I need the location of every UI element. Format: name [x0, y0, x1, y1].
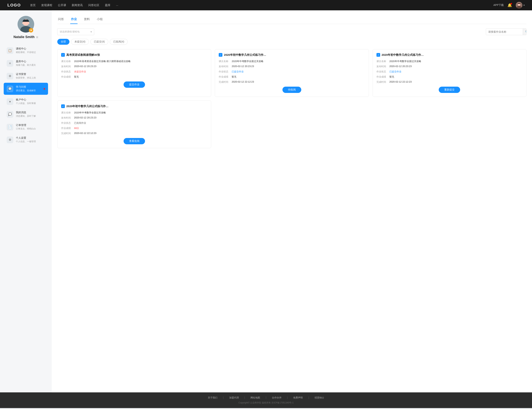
- view-review-button[interactable]: 查看批阅: [124, 138, 145, 144]
- card-2-header: ✓ 2020年初中数学几何公式练习作…: [219, 53, 365, 57]
- qa-desc: 课后重温、疑难解答: [16, 89, 36, 92]
- sidebar-item-course[interactable]: 📋 课程中心 精彩课程、不容错过: [4, 45, 48, 56]
- filter-not-submitted[interactable]: 未提交(4): [71, 39, 89, 45]
- footer-sitemap[interactable]: 网站地图: [250, 396, 260, 400]
- status-filter-bar: 全部 未提交(4) 已提交(4) 已批阅(4): [57, 39, 526, 45]
- tab-group[interactable]: 小组: [96, 16, 103, 24]
- filter-all[interactable]: 全部: [57, 39, 69, 45]
- main-layout: ★ Natalie Smith ⊞ 📋 课程中心 精彩课程、不容错过 ≡ 题库中…: [0, 10, 532, 392]
- qa-title: 学习问答: [16, 85, 36, 89]
- message-desc: 消息通知、及时了解: [16, 114, 36, 118]
- card-2-publish: 2020-02-12 20:23:23: [232, 65, 365, 68]
- sidebar-item-order[interactable]: 📄 订单管理 订单支出、明明白白: [4, 121, 48, 133]
- card-3-score-row: 作业成绩 暂无: [376, 75, 523, 78]
- nav-open[interactable]: 公开课: [58, 3, 66, 7]
- sidebar-item-account[interactable]: ♦ 账户中心 个人权益、实时掌握: [4, 95, 48, 108]
- avatar-wrap: ★: [18, 16, 34, 33]
- sidebar-item-qa[interactable]: 💬 学习问答 课后重温、疑难解答: [4, 83, 48, 95]
- pending-review-button[interactable]: 待批阅: [283, 87, 301, 93]
- profile-name-wrap: Natalie Smith ⊞: [13, 35, 38, 39]
- submit-homework-button[interactable]: 提交作业: [124, 82, 145, 88]
- footer-links: 关于我们 | 加盟代理 | 网站地图 | 合作伙伴 | 免费声明 | 招贤纳士: [7, 396, 525, 400]
- nav-news[interactable]: 新闻资讯: [72, 3, 83, 7]
- tab-homework[interactable]: 作业: [70, 16, 78, 24]
- app-download[interactable]: APP下载: [493, 3, 504, 7]
- sidebar-item-exam[interactable]: ≡ 题库中心 海量习题、助力通关: [4, 57, 48, 69]
- settings-title: 个人设置: [16, 136, 36, 140]
- search-button[interactable]: 🔍: [523, 29, 526, 35]
- footer-hire[interactable]: 招贤纳士: [315, 396, 324, 400]
- profile-edit-icon[interactable]: ⊞: [36, 36, 38, 39]
- card-1-score-row: 作业成绩 暂无: [61, 75, 207, 78]
- card-2-badge: ✓: [219, 53, 222, 57]
- card-2-time-row: 发布时间 2020-02-12 20:23:23: [219, 65, 365, 68]
- order-title: 订单管理: [16, 124, 36, 127]
- footer-franchise[interactable]: 加盟代理: [229, 396, 239, 400]
- search-input[interactable]: [486, 29, 523, 35]
- footer-disclaimer[interactable]: 免费声明: [293, 396, 303, 400]
- card-3-time-row: 发布时间 2020-02-12 20:23:23: [376, 65, 523, 68]
- exam-desc: 海量习题、助力通关: [16, 64, 36, 67]
- card-4-title: 2020年初中数学几何公式练习作…: [66, 104, 109, 108]
- homework-card-1: ✓ 高考英语试卷阅读理解30张 课次名称 2020年高考英语全面过关攻略-第六期…: [57, 49, 211, 97]
- resubmit-button[interactable]: 重新提交: [439, 87, 460, 93]
- footer-partner[interactable]: 合作伙伴: [272, 396, 282, 400]
- account-icon: ♦: [7, 98, 13, 105]
- sidebar-item-message[interactable]: 💭 我的消息 消息通知、及时了解: [4, 108, 48, 120]
- course-select-placeholder: 请选择课程/课程包: [60, 30, 80, 33]
- exam-icon: ≡: [7, 60, 13, 67]
- card-1-status: 未提交作业: [74, 70, 207, 73]
- nav-courses[interactable]: 发现课程: [41, 3, 52, 7]
- card-4-status-row: 作业状态 已批阅作业: [61, 121, 207, 125]
- card-4-score-row: 作业成绩 88分: [61, 127, 207, 130]
- course-desc: 精彩课程、不容错过: [16, 51, 36, 54]
- nav-more[interactable]: ···: [116, 4, 119, 7]
- nav-home[interactable]: 首页: [30, 3, 36, 7]
- label-status: 作业状态: [61, 70, 74, 73]
- user-avatar-wrap[interactable]: ▾: [516, 2, 525, 9]
- nav-exam[interactable]: 题库: [105, 3, 110, 7]
- cert-title: 证书荣誉: [16, 73, 36, 76]
- bell-icon[interactable]: 🔔: [507, 3, 512, 7]
- card-1-status-row: 作业状态 未提交作业: [61, 70, 207, 73]
- select-chevron-icon: ▾: [91, 30, 92, 33]
- order-desc: 订单支出、明明白白: [16, 127, 36, 130]
- card-3-status-row: 作业状态 已提交作业: [376, 70, 523, 73]
- card-4-score: 88分: [74, 127, 207, 130]
- card-4-course-row: 课次名称 2020年中考数学全面过关攻略: [61, 111, 207, 114]
- sidebar-item-cert[interactable]: ⚙ 证书荣誉 收获荣誉、持证上岗: [4, 70, 48, 82]
- sidebar-item-settings[interactable]: ⚙ 个人设置 个人信息、一键管理: [4, 134, 48, 146]
- card-2-btn-wrap: 待批阅: [219, 87, 365, 93]
- card-2-complete-row: 完成时间 2020-02-12 22:12:23: [219, 80, 365, 84]
- homework-card-3: ✓ 2020年初中数学几何公式练习作… 课次名称 2020年中考数学全面过关攻略…: [373, 49, 526, 97]
- tab-qa[interactable]: 问答: [57, 16, 65, 24]
- cert-desc: 收获荣誉、持证上岗: [16, 76, 36, 79]
- card-1-time-row: 发布时间 2020-02-12 20:23:23: [61, 65, 207, 68]
- qa-dot: [44, 88, 45, 90]
- footer-about[interactable]: 关于我们: [208, 396, 217, 400]
- label-course: 课次名称: [61, 60, 74, 63]
- nav-qa[interactable]: 问答社区: [88, 3, 99, 7]
- label-publish: 发布时间: [61, 65, 74, 68]
- card-1-publish: 2020-02-12 20:23:23: [74, 65, 207, 68]
- course-select[interactable]: 请选择课程/课程包 ▾: [57, 28, 94, 35]
- bell-badge: [511, 3, 512, 4]
- navbar: LOGO 首页 发现课程 公开课 新闻资讯 问答社区 题库 ··· APP下载 …: [0, 0, 532, 10]
- account-desc: 个人权益、实时掌握: [16, 102, 36, 105]
- course-icon: 📋: [7, 47, 13, 54]
- card-3-header: ✓ 2020年初中数学几何公式练习作…: [376, 53, 523, 57]
- card-3-btn-wrap: 重新提交: [376, 87, 523, 93]
- card-2-title: 2020年初中数学几何公式练习作…: [224, 53, 266, 57]
- navbar-right: APP下载 🔔 ▾: [493, 2, 525, 9]
- vip-badge: ★: [29, 28, 33, 33]
- chevron-down-icon: ▾: [523, 4, 525, 7]
- card-1-btn-wrap: 提交作业: [61, 82, 207, 88]
- tab-material[interactable]: 资料: [83, 16, 91, 24]
- card-2-course-row: 课次名称 2020年中考数学全面过关攻略: [219, 60, 365, 63]
- filter-reviewed[interactable]: 已批阅(4): [110, 39, 128, 45]
- course-title: 课程中心: [16, 47, 36, 50]
- navbar-avatar: [516, 2, 523, 9]
- card-2-complete: 2020-02-12 22:12:23: [232, 80, 365, 84]
- profile-section: ★ Natalie Smith ⊞: [13, 16, 38, 39]
- filter-submitted[interactable]: 已提交(4): [90, 39, 108, 45]
